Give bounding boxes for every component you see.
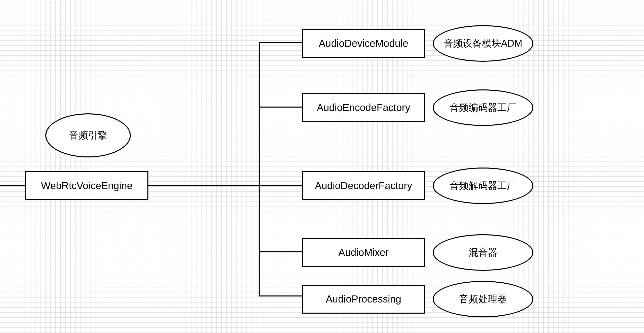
child-ellipse-audio-processing[interactable]: 音频处理器	[433, 281, 533, 317]
root-ellipse[interactable]: 音频引擎	[45, 113, 131, 157]
root-ellipse-label: 音频引擎	[69, 129, 107, 142]
child-ellipse-audio-device-module[interactable]: 音频设备模块ADM	[433, 25, 533, 62]
child-ellipse-label: 音频解码器工厂	[450, 179, 516, 192]
child-box-label: AudioProcessing	[326, 293, 401, 305]
child-ellipse-label: 音频编码器工厂	[450, 101, 516, 114]
child-box-label: AudioDeviceModule	[319, 38, 408, 49]
root-box-label: WebRtcVoiceEngine	[41, 180, 133, 191]
child-ellipse-audio-mixer[interactable]: 混音器	[433, 234, 533, 271]
child-box-audio-mixer[interactable]: AudioMixer	[302, 238, 425, 267]
child-ellipse-label: 混音器	[469, 246, 497, 259]
child-box-audio-processing[interactable]: AudioProcessing	[302, 285, 425, 314]
child-ellipse-audio-decoder-factory[interactable]: 音频解码器工厂	[433, 168, 533, 204]
child-box-audio-decoder-factory[interactable]: AudioDecoderFactory	[302, 171, 425, 200]
child-box-audio-device-module[interactable]: AudioDeviceModule	[302, 29, 425, 58]
child-box-audio-encode-factory[interactable]: AudioEncodeFactory	[302, 93, 425, 122]
child-ellipse-audio-encode-factory[interactable]: 音频编码器工厂	[433, 89, 533, 126]
child-box-label: AudioEncodeFactory	[317, 102, 410, 113]
child-ellipse-label: 音频处理器	[459, 293, 507, 306]
child-box-label: AudioDecoderFactory	[315, 180, 412, 191]
diagram-canvas: 音频引擎 WebRtcVoiceEngine AudioDeviceModule…	[0, 0, 644, 333]
root-box[interactable]: WebRtcVoiceEngine	[25, 171, 148, 200]
child-ellipse-label: 音频设备模块ADM	[444, 37, 522, 50]
child-box-label: AudioMixer	[338, 247, 389, 258]
